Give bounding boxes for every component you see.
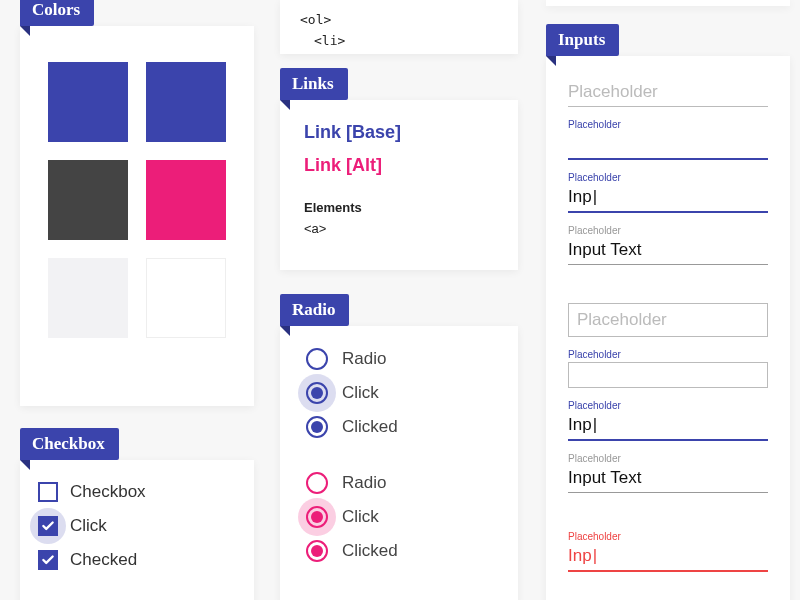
radio-label: Click — [342, 507, 379, 527]
checkbox-row[interactable]: Checked — [38, 550, 236, 570]
text-input[interactable]: Placeholder Inp — [568, 400, 768, 441]
colors-card: Colors — [20, 26, 254, 406]
checkbox-title: Checkbox — [20, 428, 119, 460]
checkbox-row[interactable]: Checkbox — [38, 482, 236, 502]
input-floatlabel: Placeholder — [568, 172, 768, 183]
input-floatlabel: Placeholder — [568, 225, 768, 236]
input-value: Input Text — [568, 466, 768, 493]
colors-title: Colors — [20, 0, 94, 26]
elements-heading: Elements — [304, 200, 494, 215]
text-input[interactable]: Placeholder Input Text — [568, 453, 768, 493]
radio-row[interactable]: Clicked — [306, 416, 492, 438]
checkbox-box-icon[interactable] — [38, 482, 58, 502]
radio-icon[interactable] — [306, 348, 328, 370]
color-swatch[interactable] — [48, 62, 128, 142]
input-floatlabel: Placeholder — [568, 349, 768, 360]
checkbox-box-icon[interactable] — [38, 516, 58, 536]
radio-row[interactable]: Click — [306, 506, 492, 528]
radio-row[interactable]: Click — [306, 382, 492, 404]
text-input[interactable]: Placeholder — [568, 119, 768, 160]
radio-icon[interactable] — [306, 416, 328, 438]
input-floatlabel: Placeholder — [568, 531, 768, 542]
input-floatlabel: Placeholder — [568, 453, 768, 464]
links-title: Links — [280, 68, 348, 100]
code-line: <ol> — [300, 10, 498, 31]
radio-label: Click — [342, 383, 379, 403]
checkbox-box-icon[interactable] — [38, 550, 58, 570]
color-swatch[interactable] — [146, 160, 226, 240]
radio-title: Radio — [280, 294, 349, 326]
text-input[interactable]: Placeholder — [568, 80, 768, 107]
text-input[interactable]: Placeholder Inp — [568, 172, 768, 213]
radio-icon[interactable] — [306, 540, 328, 562]
code-line: <li> — [300, 31, 498, 52]
code-snippet-card: <ol> <li> — [280, 0, 518, 54]
text-input[interactable]: Placeholder — [568, 303, 768, 337]
checkbox-row[interactable]: Click — [38, 516, 236, 536]
input-placeholder: Placeholder — [568, 303, 768, 337]
checkbox-label: Checkbox — [70, 482, 146, 502]
input-placeholder: Placeholder — [568, 80, 768, 107]
text-input[interactable] — [568, 584, 768, 600]
partial-card — [546, 0, 790, 6]
radio-row[interactable]: Radio — [306, 472, 492, 494]
input-floatlabel: Placeholder — [568, 400, 768, 411]
input-value: Inp — [568, 546, 597, 565]
elements-tag: <a> — [304, 221, 494, 236]
radio-icon[interactable] — [306, 506, 328, 528]
input-value: Inp — [568, 187, 597, 206]
radio-label: Clicked — [342, 417, 398, 437]
color-swatch[interactable] — [146, 258, 226, 338]
input-floatlabel: Placeholder — [568, 119, 768, 130]
color-swatch[interactable] — [146, 62, 226, 142]
link-alt[interactable]: Link [Alt] — [304, 155, 494, 176]
input-value: Inp — [568, 415, 597, 434]
color-swatch[interactable] — [48, 258, 128, 338]
radio-row[interactable]: Radio — [306, 348, 492, 370]
text-input[interactable]: Placeholder Input Text — [568, 225, 768, 265]
inputs-card: Inputs Placeholder Placeholder Placehold… — [546, 56, 790, 600]
checkbox-label: Checked — [70, 550, 137, 570]
color-swatch[interactable] — [48, 160, 128, 240]
radio-label: Radio — [342, 349, 386, 369]
checkbox-card: Checkbox Checkbox Click Checked — [20, 460, 254, 600]
text-input[interactable]: Placeholder Inp — [568, 531, 768, 572]
link-base[interactable]: Link [Base] — [304, 122, 494, 143]
inputs-title: Inputs — [546, 24, 619, 56]
input-line — [568, 584, 768, 600]
input-line — [568, 132, 768, 160]
text-input[interactable]: Placeholder — [568, 349, 768, 388]
links-card: Links Link [Base] Link [Alt] Elements <a… — [280, 100, 518, 270]
radio-icon[interactable] — [306, 472, 328, 494]
radio-label: Radio — [342, 473, 386, 493]
radio-label: Clicked — [342, 541, 398, 561]
radio-row[interactable]: Clicked — [306, 540, 492, 562]
radio-icon[interactable] — [306, 382, 328, 404]
radio-card: Radio Radio Click Clicked Radio Click — [280, 326, 518, 600]
checkbox-label: Click — [70, 516, 107, 536]
input-line — [568, 362, 768, 388]
input-value: Input Text — [568, 238, 768, 265]
